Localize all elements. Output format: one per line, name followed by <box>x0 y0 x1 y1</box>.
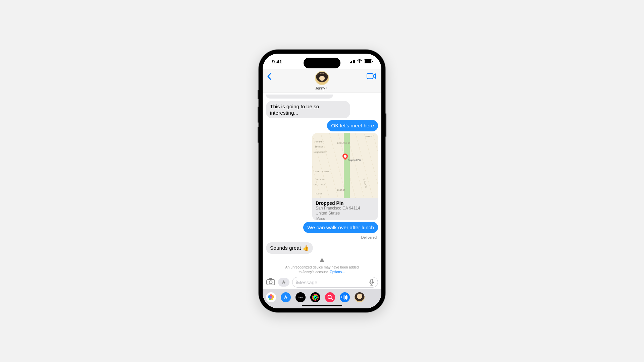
dynamic-island <box>304 58 340 68</box>
map-street-label: FORD ST <box>315 141 324 143</box>
svg-point-4 <box>269 281 272 284</box>
contact-avatar[interactable] <box>315 71 329 85</box>
alert-options-link[interactable]: Options… <box>330 270 345 274</box>
map-caption: Dropped Pin San Francisco CA 94114 Unite… <box>312 198 378 220</box>
svg-rect-5 <box>371 279 373 283</box>
compose-bar: iMessage <box>263 276 381 289</box>
back-button[interactable] <box>267 72 273 82</box>
map-street-label: DOLORES <box>363 178 367 188</box>
audio-messages-icon[interactable] <box>340 292 350 302</box>
memoji-app-icon[interactable] <box>355 292 365 302</box>
message-bubble-partial[interactable] <box>266 95 333 99</box>
map-title: Dropped Pin <box>316 200 375 206</box>
map-street-label: 19TH ST <box>365 135 373 137</box>
message-input[interactable]: iMessage <box>292 277 378 288</box>
message-outgoing[interactable]: We can walk over after lunch <box>303 222 378 233</box>
volume-down-button[interactable] <box>258 127 259 143</box>
map-pin-label: Dropped Pin <box>348 159 361 161</box>
screen: 9:41 Jenny 〉 This is going to b <box>263 54 381 308</box>
map-address-line: San Francisco CA 94114 <box>316 206 375 211</box>
cellular-icon <box>350 60 356 63</box>
battery-icon <box>364 59 372 63</box>
map-address-line: United States <box>316 211 375 216</box>
alert-text: An unrecognized device may have been add… <box>285 265 359 269</box>
wifi-icon <box>357 59 362 63</box>
message-incoming[interactable]: This is going to be so interesting... <box>266 101 350 119</box>
clock: 9:41 <box>272 59 282 64</box>
map-street-label: HILL ST <box>315 193 322 195</box>
dictation-icon <box>369 279 374 286</box>
home-indicator[interactable] <box>302 305 342 306</box>
map-street-label: DORLAND ST <box>337 142 350 144</box>
phone-frame: 9:41 Jenny 〉 This is going to b <box>259 50 385 312</box>
map-street-label: HANCOCK ST <box>314 151 327 153</box>
message-outgoing[interactable]: OK let's meet here <box>327 120 378 131</box>
camera-button[interactable] <box>266 278 275 287</box>
svg-rect-0 <box>367 73 373 79</box>
warning-icon <box>319 257 325 263</box>
map-street-label: 20TH ST <box>316 178 324 180</box>
alert-text: to Jenny's account. <box>299 270 329 274</box>
map-street-label: 21ST ST <box>337 189 345 191</box>
images-search-icon[interactable] <box>325 292 335 302</box>
map-street-label: 18TH ST <box>315 146 323 148</box>
svg-rect-1 <box>322 259 322 261</box>
message-incoming[interactable]: Sounds great 👍 <box>266 242 313 253</box>
contact-name-button[interactable]: Jenny 〉 <box>315 86 329 90</box>
security-alert: An unrecognized device may have been add… <box>266 255 378 276</box>
chevron-right-icon: 〉 <box>326 86 329 90</box>
photos-app-icon[interactable] <box>266 292 276 302</box>
conversation-header: Jenny 〉 <box>263 69 381 93</box>
messages-list[interactable]: This is going to be so interesting... OK… <box>263 93 381 276</box>
power-button[interactable] <box>385 113 386 137</box>
contact-name-label: Jenny <box>315 86 325 90</box>
apps-button[interactable] <box>278 278 289 287</box>
facetime-button[interactable] <box>367 72 376 81</box>
svg-rect-3 <box>267 280 275 285</box>
volume-up-button[interactable] <box>258 107 259 123</box>
map-street-label: CUMBERLAND ST <box>314 171 331 173</box>
delivered-status: Delivered <box>361 235 377 239</box>
map-attachment[interactable]: FORD ST 18TH ST HANCOCK ST DORLAND ST 19… <box>312 133 378 220</box>
apple-cash-icon[interactable]: Cash <box>296 292 306 302</box>
map-street-label: LIBERTY ST <box>314 184 325 186</box>
svg-rect-2 <box>322 261 322 262</box>
map-preview[interactable]: FORD ST 18TH ST HANCOCK ST DORLAND ST 19… <box>312 133 378 198</box>
app-store-a-icon <box>281 280 286 285</box>
message-input-placeholder: iMessage <box>296 280 317 285</box>
app-store-icon[interactable] <box>281 292 291 302</box>
mute-switch[interactable] <box>258 90 259 99</box>
map-source: Maps <box>316 217 375 220</box>
fitness-app-icon[interactable] <box>310 292 320 302</box>
